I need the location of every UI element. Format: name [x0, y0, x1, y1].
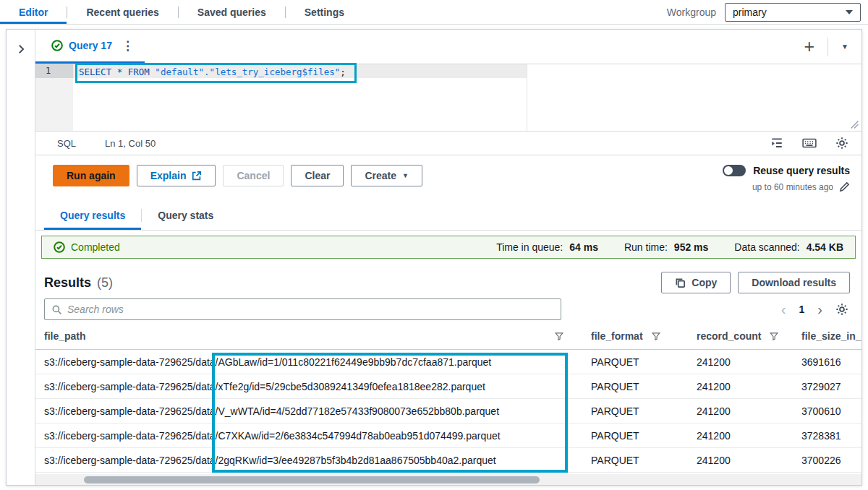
cancel-button[interactable]: Cancel: [223, 165, 284, 186]
editor-settings-gear-icon[interactable]: [835, 137, 848, 150]
new-query-tab-button[interactable]: +: [804, 38, 814, 56]
reuse-results-label: Reuse query results: [753, 165, 850, 176]
tab-query-results[interactable]: Query results: [44, 200, 141, 230]
workgroup-select[interactable]: primary: [725, 3, 861, 22]
column-header-record-count[interactable]: record_count: [697, 330, 801, 342]
sql-terminator: ;: [340, 66, 346, 77]
keyboard-shortcuts-icon[interactable]: [802, 137, 817, 149]
query-tab-title: Query 17: [69, 40, 112, 51]
search-rows-input[interactable]: [67, 304, 554, 315]
search-box: [44, 298, 561, 320]
cell-record-count: 241200: [697, 356, 801, 368]
metric-label: Time in queue:: [496, 241, 563, 253]
tab-settings[interactable]: Settings: [286, 0, 363, 24]
divider: [827, 38, 828, 56]
toggle-knob: [724, 166, 733, 175]
query-tab[interactable]: Query 17 ⋮: [35, 30, 145, 64]
results-preferences-gear-icon[interactable]: [835, 303, 848, 316]
action-buttons-row: Run again Explain Cancel Clear Create ▼ …: [35, 155, 861, 200]
top-navigation: Editor Recent queries Saved queries Sett…: [0, 0, 868, 25]
cell-record-count: 241200: [697, 430, 801, 442]
horizontal-scrollbar[interactable]: [35, 474, 861, 485]
cell-file-format: PARQUET: [591, 430, 697, 442]
reuse-results-toggle[interactable]: [723, 165, 746, 176]
caret-down-icon: ▼: [402, 172, 409, 179]
column-label: file_path: [44, 330, 86, 342]
clear-button[interactable]: Clear: [291, 165, 344, 186]
cell-file-path: s3://iceberg-sample-data-729625/data/V_w…: [44, 405, 572, 417]
pagination: ‹ 1 ›: [781, 302, 848, 317]
sql-keywords: SELECT * FROM: [79, 66, 155, 77]
previous-page-button[interactable]: ‹: [781, 302, 786, 317]
results-count: (5): [97, 275, 113, 291]
success-check-icon: [54, 241, 65, 253]
cell-file-path: s3://iceberg-sample-data-729625/data/xTf…: [44, 381, 572, 392]
cell-file-size: 3728381: [801, 430, 861, 442]
column-header-file-path[interactable]: file_path: [44, 330, 572, 342]
column-header-file-size[interactable]: file_size_in_b: [801, 330, 861, 342]
table-row: s3://iceberg-sample-data-729625/data/C7X…: [35, 424, 861, 448]
filter-icon[interactable]: [770, 332, 778, 340]
sql-code-line[interactable]: SELECT * FROM "default"."lets_try_iceber…: [73, 64, 861, 78]
cell-file-format: PARQUET: [591, 455, 697, 466]
explain-button[interactable]: Explain: [137, 165, 216, 186]
status-completed-label: Completed: [71, 241, 120, 253]
filter-icon[interactable]: [652, 332, 660, 340]
cursor-position: Ln 1, Col 50: [105, 138, 156, 149]
editor-language-label: SQL: [57, 138, 76, 149]
results-header: Results (5) Copy Download results: [35, 265, 861, 295]
create-button[interactable]: Create ▼: [351, 165, 422, 186]
metric-value: 64 ms: [569, 241, 598, 253]
expand-sidebar-button[interactable]: [13, 41, 29, 57]
search-icon: [51, 304, 62, 315]
cell-file-path: s3://iceberg-sample-data-729625/data/AGb…: [44, 356, 572, 368]
table-row: s3://iceberg-sample-data-729625/data/xTf…: [35, 374, 861, 399]
table-row: s3://iceberg-sample-data-729625/data/V_w…: [35, 399, 861, 424]
column-header-file-format[interactable]: file_format: [591, 330, 697, 342]
tab-list-dropdown[interactable]: ▼: [841, 43, 848, 51]
editor-resize-handle[interactable]: [851, 121, 859, 129]
metric-value: 4.54 KB: [807, 241, 843, 253]
cell-file-size: 3729027: [801, 381, 861, 392]
sql-editor[interactable]: 1 SELECT * FROM "default"."lets_try_iceb…: [35, 64, 861, 131]
edit-pencil-icon[interactable]: [839, 181, 850, 192]
workgroup-selected-value: primary: [733, 7, 767, 18]
tab-editor[interactable]: Editor: [0, 0, 67, 24]
next-page-button[interactable]: ›: [817, 302, 822, 317]
active-line-number: 1: [35, 64, 73, 78]
download-results-button[interactable]: Download results: [738, 272, 850, 293]
metric-label: Run time:: [624, 241, 668, 253]
cell-record-count: 241200: [697, 455, 801, 466]
metric-value: 952 ms: [674, 241, 708, 253]
chevron-down-icon: [846, 10, 853, 14]
format-query-icon[interactable]: [770, 137, 783, 150]
current-page-number[interactable]: 1: [799, 304, 805, 315]
copy-button[interactable]: Copy: [661, 272, 731, 293]
scrollbar-thumb[interactable]: [84, 476, 540, 483]
tab-recent-queries[interactable]: Recent queries: [67, 0, 177, 24]
reuse-query-results-block: Reuse query results up to 60 minutes ago: [723, 165, 850, 192]
code-area[interactable]: SELECT * FROM "default"."lets_try_iceber…: [73, 64, 861, 131]
editor-status-bar: SQL Ln 1, Col 50: [35, 131, 861, 155]
cell-file-path: s3://iceberg-sample-data-729625/data/C7X…: [44, 430, 572, 442]
search-row: ‹ 1 ›: [35, 295, 861, 322]
cell-file-size: 3700610: [801, 405, 861, 417]
editor-gutter: 1: [35, 64, 73, 131]
tab-query-stats[interactable]: Query stats: [142, 200, 229, 230]
sql-identifier: "default"."lets_try_iceberg$files": [155, 66, 340, 77]
cell-file-path: s3://iceberg-sample-data-729625/data/2gq…: [44, 455, 572, 466]
editor-status-icons: [770, 137, 848, 150]
athena-editor-panel: Query 17 ⋮ + ▼ 1 SELECT * FROM "default"…: [6, 29, 862, 486]
column-label: file_size_in_b: [801, 330, 861, 342]
tab-saved-queries[interactable]: Saved queries: [179, 0, 285, 24]
cell-file-format: PARQUET: [591, 405, 697, 417]
query-status-banner: Completed Time in queue: 64 ms Run time:…: [41, 236, 856, 259]
run-again-button[interactable]: Run again: [53, 165, 129, 186]
cell-record-count: 241200: [697, 405, 801, 417]
column-label: record_count: [697, 330, 761, 342]
editor-content: Query 17 ⋮ + ▼ 1 SELECT * FROM "default"…: [35, 30, 861, 485]
filter-icon[interactable]: [555, 332, 563, 340]
kebab-menu-icon[interactable]: ⋮: [118, 38, 137, 53]
query-tab-bar: Query 17 ⋮ + ▼: [35, 30, 861, 64]
cell-file-format: PARQUET: [591, 381, 697, 392]
